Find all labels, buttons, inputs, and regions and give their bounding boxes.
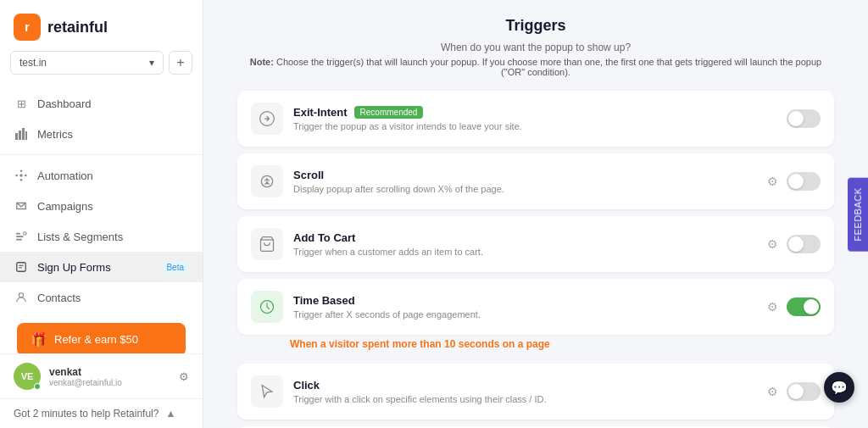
svg-point-8 (25, 175, 27, 177)
time-based-gear-icon[interactable]: ⚙ (767, 300, 778, 314)
svg-rect-13 (17, 263, 26, 272)
trigger-card-scroll: Scroll Display popup after scrolling dow… (237, 153, 834, 209)
logo-icon: r (14, 14, 41, 41)
store-dropdown[interactable]: test.in ▾ (10, 51, 164, 75)
sidebar-item-label: Campaigns (37, 200, 93, 213)
user-info: venkat venkat@retainful.io (49, 366, 170, 387)
sidebar-item-contacts[interactable]: Contacts (0, 282, 203, 313)
trigger-desc: Trigger when a customer adds an item to … (293, 247, 757, 257)
sidebar-item-label: Automation (37, 170, 93, 182)
trigger-title: Scroll (293, 169, 324, 181)
sidebar-item-label: Dashboard (37, 97, 92, 110)
time-based-toggle[interactable] (787, 297, 821, 316)
scroll-icon-wrap (251, 165, 283, 197)
trigger-content: Time Based Trigger after X seconds of pa… (293, 294, 757, 320)
trigger-title-row: Time Based (293, 294, 757, 307)
svg-point-16 (19, 293, 23, 297)
page-title: Triggers (237, 17, 834, 35)
sidebar-item-lists[interactable]: Lists & Segments (0, 221, 203, 252)
trigger-title: Click (293, 379, 320, 392)
sidebar-item-signup-forms[interactable]: Sign Up Forms Beta (0, 252, 203, 282)
trigger-content: Exit-Intent Recommended Trigger the popu… (293, 106, 776, 131)
trigger-content: Click Trigger with a click on specific e… (293, 379, 757, 404)
sidebar-item-campaigns[interactable]: Campaigns (0, 191, 203, 221)
user-email: venkat@retainful.io (49, 378, 170, 387)
scroll-gear-icon[interactable]: ⚙ (767, 175, 778, 188)
svg-point-12 (24, 232, 27, 236)
trigger-card-click: Click Trigger with a click on specific e… (237, 364, 834, 420)
scroll-toggle[interactable] (787, 172, 821, 191)
trigger-title-row: Scroll (293, 169, 757, 181)
avatar: VE (14, 363, 41, 390)
note-text: Choose the trigger(s) that will launch y… (276, 57, 821, 77)
campaigns-icon (14, 198, 29, 214)
page-note: Note: Choose the trigger(s) that will la… (237, 57, 834, 77)
automation-icon (14, 168, 29, 183)
feedback-tab[interactable]: FEEDBACK (848, 177, 868, 251)
sidebar: r retainful test.in ▾ + ⊞ Dashboard Metr… (0, 0, 203, 428)
svg-rect-3 (25, 131, 27, 140)
chat-button[interactable]: 💬 (824, 372, 854, 403)
help-arrow-icon: ▲ (165, 408, 175, 420)
trigger-card-exit-intent: Exit-Intent Recommended Trigger the popu… (237, 91, 834, 147)
add-to-cart-icon-wrap (251, 228, 283, 260)
time-value: 10 seconds (444, 338, 499, 350)
trigger-title: Time Based (293, 294, 355, 307)
trigger-title: Add To Cart (293, 231, 355, 244)
trigger-desc: Trigger after X seconds of page engageme… (293, 309, 757, 320)
sidebar-footer: Got 2 minutes to help Retainful? ▲ (0, 398, 203, 428)
svg-point-4 (19, 174, 23, 177)
svg-point-7 (15, 175, 18, 177)
trigger-actions: ⚙ (767, 172, 821, 191)
svg-rect-0 (15, 133, 18, 140)
sidebar-item-metrics[interactable]: Metrics (0, 119, 203, 149)
svg-rect-1 (19, 131, 21, 140)
triggers-list: Exit-Intent Recommended Trigger the popu… (237, 91, 834, 428)
click-toggle[interactable] (787, 382, 821, 401)
time-based-icon-wrap (251, 291, 283, 323)
refer-button[interactable]: 🎁 Refer & earn $50 (17, 323, 186, 353)
recommended-badge: Recommended (354, 106, 424, 119)
svg-rect-11 (16, 239, 22, 241)
add-to-cart-toggle[interactable] (787, 235, 821, 253)
sidebar-item-label: Sign Up Forms (37, 261, 111, 274)
svg-rect-9 (16, 233, 20, 235)
dropdown-arrow-icon: ▾ (149, 57, 154, 69)
trigger-title-row: Exit-Intent Recommended (293, 106, 776, 119)
page-header: Triggers When do you want the popup to s… (237, 17, 834, 77)
trigger-title-row: Add To Cart (293, 231, 757, 244)
trigger-card-add-to-cart: Add To Cart Trigger when a customer adds… (237, 216, 834, 272)
metrics-icon (14, 126, 29, 142)
signup-forms-icon (14, 259, 29, 275)
exit-intent-icon (251, 103, 283, 135)
sidebar-item-label: Metrics (37, 128, 73, 141)
beta-badge: Beta (161, 261, 189, 274)
add-to-cart-gear-icon[interactable]: ⚙ (767, 237, 778, 251)
sidebar-item-dashboard[interactable]: ⊞ Dashboard (0, 88, 203, 119)
trigger-content: Add To Cart Trigger when a customer adds… (293, 231, 757, 257)
store-name: test.in (19, 57, 47, 69)
sidebar-item-label: Contacts (37, 292, 81, 304)
trigger-actions: ⚙ (767, 235, 821, 253)
logo-text: retainful (47, 19, 108, 36)
exit-intent-toggle[interactable] (787, 109, 821, 128)
trigger-desc: Trigger with a click on specific element… (293, 394, 757, 404)
time-note: When a visitor spent more than 10 second… (290, 338, 834, 350)
add-store-button[interactable]: + (169, 51, 192, 75)
nav-divider (0, 154, 203, 155)
store-selector: test.in ▾ + (10, 51, 192, 75)
settings-icon[interactable]: ⚙ (179, 370, 189, 383)
main-content: Triggers When do you want the popup to s… (203, 0, 868, 428)
svg-rect-2 (22, 128, 25, 140)
contacts-icon (14, 290, 29, 305)
trigger-desc: Display popup after scrolling down X% of… (293, 184, 757, 194)
svg-rect-10 (16, 236, 24, 237)
user-name: venkat (49, 366, 170, 378)
chat-icon: 💬 (831, 380, 848, 396)
svg-point-6 (20, 179, 23, 181)
sidebar-item-automation[interactable]: Automation (0, 160, 203, 191)
trigger-actions: ⚙ (767, 382, 821, 401)
dashboard-icon: ⊞ (14, 96, 29, 111)
click-gear-icon[interactable]: ⚙ (767, 385, 778, 398)
trigger-title-row: Click (293, 379, 757, 392)
